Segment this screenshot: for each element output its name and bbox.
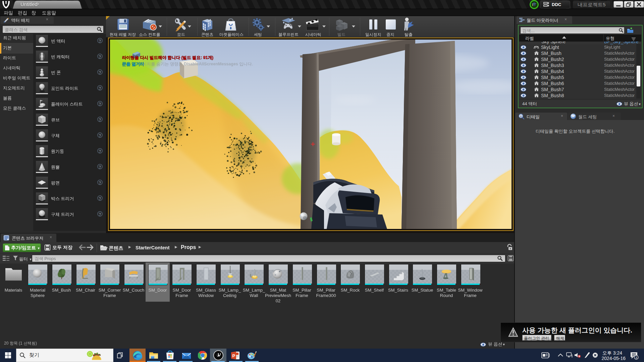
svg-text:라이팅을 다시 빌드해야 합니다 (빌드 필요: 91개): 라이팅을 다시 빌드해야 합니다 (빌드 필요: 91개) bbox=[122, 55, 213, 60]
svg-text:P: P bbox=[232, 353, 235, 358]
svg-text:3: 3 bbox=[635, 356, 637, 359]
svg-text:시지를 숨기는 명령은 DisableAllScreenMe: 시지를 숨기는 명령은 DisableAllScreenMessages 입니다… bbox=[143, 62, 253, 66]
svg-text:문을 열거라: 문을 열거라 bbox=[122, 62, 144, 66]
